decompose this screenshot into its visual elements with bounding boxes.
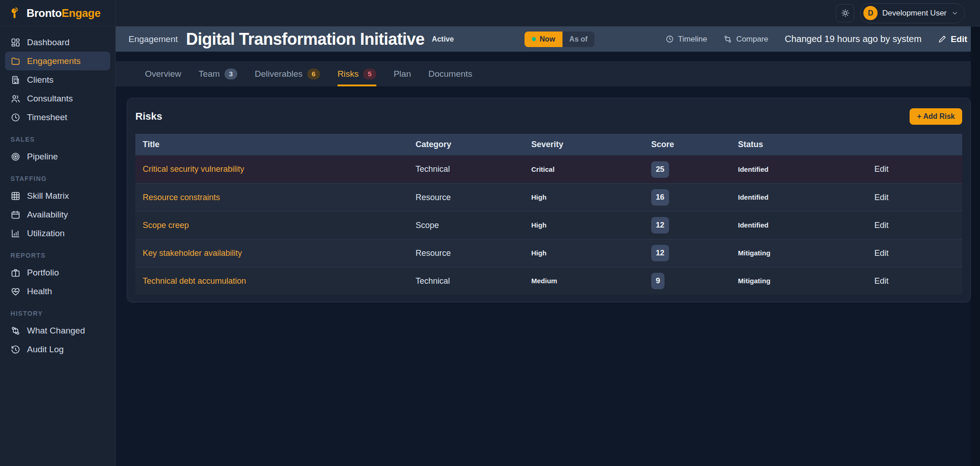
table-row: Technical debt accumulation Technical Me… — [135, 267, 962, 295]
sidebar-item-label: Timesheet — [27, 112, 67, 122]
column-header-category: Category — [408, 134, 524, 155]
bar-chart-icon — [11, 228, 21, 238]
risk-score-badge: 12 — [651, 217, 669, 233]
brand-logo[interactable]: BrontoEngage — [0, 0, 115, 26]
sidebar-item-label: Portfolio — [27, 268, 59, 278]
sidebar-item-label: Utilization — [27, 228, 64, 238]
tab-team[interactable]: Team3 — [198, 61, 237, 86]
sidebar-item-label: Dashboard — [27, 37, 70, 48]
header-actions: Timeline Compare Changed 19 hours ago by… — [665, 34, 968, 44]
as-of-button[interactable]: As of — [562, 32, 594, 47]
clock-icon — [665, 35, 674, 43]
scrollbar-track[interactable] — [971, 26, 980, 466]
sidebar-item-dashboard[interactable]: Dashboard — [5, 33, 110, 52]
risk-score-badge: 9 — [651, 273, 664, 289]
git-compare-icon — [11, 326, 21, 336]
risk-severity: Medium — [531, 277, 557, 285]
brand-name: BrontoEngage — [27, 7, 101, 20]
column-header-status: Status — [731, 134, 867, 155]
risk-score-badge: 12 — [651, 245, 669, 261]
sidebar-item-audit-log[interactable]: Audit Log — [5, 340, 110, 359]
sidebar-item-utilization[interactable]: Utilization — [5, 224, 110, 243]
last-changed-text: Changed 19 hours ago by system — [785, 34, 921, 44]
chevron-down-icon — [951, 10, 959, 17]
sidebar-section-history: HISTORY — [11, 310, 105, 317]
tab-overview[interactable]: Overview — [145, 61, 181, 86]
sidebar-item-label: What Changed — [27, 326, 85, 336]
table-row: Scope creep Scope High 12 Identified Edi… — [135, 211, 962, 239]
main-area: D Development User Engagement Digital Tr… — [116, 0, 980, 466]
sidebar-item-label: Clients — [27, 75, 54, 85]
history-icon — [11, 344, 21, 355]
risks-table: Title Category Severity Score Status Cri… — [135, 134, 962, 295]
column-header-actions — [867, 134, 962, 155]
pencil-icon — [938, 35, 947, 43]
column-header-score: Score — [644, 134, 731, 155]
sidebar-item-portfolio[interactable]: Portfolio — [5, 263, 110, 282]
sidebar-section-reports: REPORTS — [11, 252, 105, 259]
sidebar-item-timesheet[interactable]: Timesheet — [5, 108, 110, 127]
risk-title-link[interactable]: Key stakeholder availability — [143, 249, 242, 258]
risk-category: Resource — [416, 193, 451, 202]
risk-status: Identified — [738, 221, 769, 229]
git-compare-icon — [723, 35, 732, 43]
risk-edit-link[interactable]: Edit — [874, 221, 889, 230]
layout-grid-icon — [11, 37, 21, 48]
topbar: D Development User — [116, 0, 980, 26]
deliverables-count-badge: 6 — [307, 69, 320, 79]
edit-engagement-button[interactable]: Edit — [938, 34, 967, 44]
sidebar-item-label: Availability — [27, 210, 68, 220]
sidebar-item-clients[interactable]: Clients — [5, 70, 110, 89]
now-button[interactable]: Now — [525, 32, 562, 47]
sidebar-item-label: Consultants — [27, 94, 73, 104]
add-risk-button[interactable]: + Add Risk — [910, 108, 962, 125]
breadcrumb: Engagement — [129, 34, 178, 44]
sidebar-item-engagements[interactable]: Engagements — [5, 52, 110, 70]
tab-plan[interactable]: Plan — [394, 61, 411, 86]
content: Risks + Add Risk Title Category Severity… — [116, 86, 980, 466]
tab-deliverables[interactable]: Deliverables6 — [255, 61, 320, 86]
sidebar-item-skill-matrix[interactable]: Skill Matrix — [5, 186, 110, 205]
sidebar-item-consultants[interactable]: Consultants — [5, 89, 110, 108]
column-header-title: Title — [135, 134, 408, 155]
risk-edit-link[interactable]: Edit — [874, 193, 889, 202]
calendar-icon — [11, 210, 21, 220]
risk-severity: High — [531, 249, 546, 257]
risks-panel-header: Risks + Add Risk — [135, 98, 962, 134]
timeline-button[interactable]: Timeline — [665, 35, 707, 44]
theme-toggle-button[interactable] — [836, 4, 854, 22]
risk-severity: High — [531, 221, 546, 229]
heart-pulse-icon — [11, 286, 21, 297]
clock-icon — [11, 112, 21, 122]
sidebar-item-what-changed[interactable]: What Changed — [5, 321, 110, 340]
risk-edit-link[interactable]: Edit — [874, 249, 889, 258]
sidebar-nav: Dashboard Engagements Clients Consultant… — [0, 26, 115, 365]
sidebar-item-health[interactable]: Health — [5, 282, 110, 301]
risk-title-link[interactable]: Critical security vulnerability — [143, 164, 244, 174]
live-dot — [532, 37, 536, 41]
table-row: Resource constraints Resource High 16 Id… — [135, 183, 962, 211]
sidebar-section-sales: SALES — [11, 136, 105, 143]
sun-icon — [841, 9, 850, 17]
user-menu[interactable]: D Development User — [860, 3, 965, 23]
sidebar-item-pipeline[interactable]: Pipeline — [5, 147, 110, 166]
sidebar-item-label: Engagements — [27, 56, 80, 66]
risk-edit-link[interactable]: Edit — [874, 276, 889, 286]
bronto-dino-icon — [9, 7, 22, 20]
risk-title-link[interactable]: Resource constraints — [143, 193, 220, 202]
risk-title-link[interactable]: Technical debt accumulation — [143, 276, 246, 286]
risks-panel-title: Risks — [135, 111, 162, 122]
engagement-tabs: Overview Team3 Deliverables6 Risks5 Plan… — [116, 61, 980, 86]
compare-button[interactable]: Compare — [723, 35, 768, 44]
risk-edit-link[interactable]: Edit — [874, 164, 889, 174]
target-icon — [11, 152, 21, 162]
tab-risks[interactable]: Risks5 — [337, 61, 376, 86]
sidebar-item-label: Skill Matrix — [27, 191, 69, 201]
sidebar-item-label: Audit Log — [27, 344, 64, 355]
tab-documents[interactable]: Documents — [428, 61, 472, 86]
time-mode-toggle: Now As of — [525, 32, 594, 47]
risks-panel: Risks + Add Risk Title Category Severity… — [127, 98, 971, 302]
risk-title-link[interactable]: Scope creep — [143, 221, 189, 230]
sidebar-item-availability[interactable]: Availability — [5, 205, 110, 224]
risk-status: Identified — [738, 193, 769, 201]
